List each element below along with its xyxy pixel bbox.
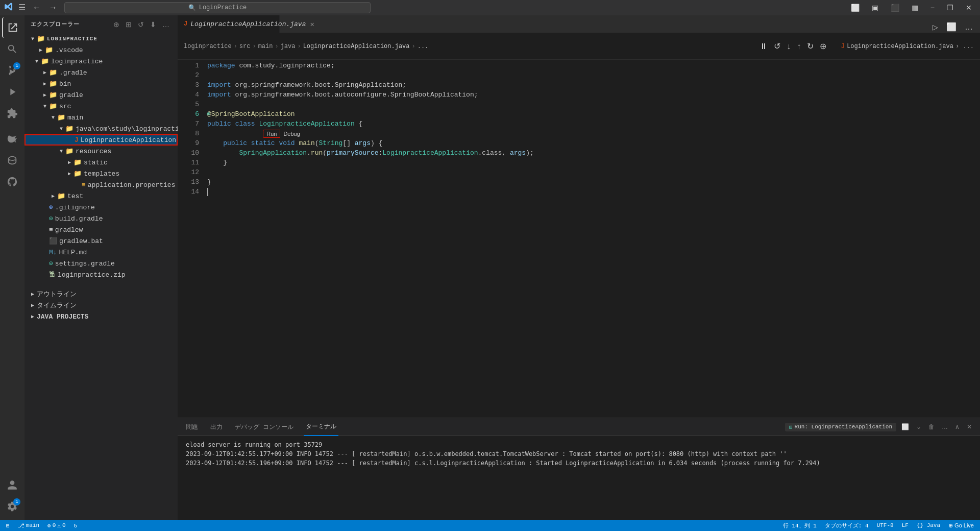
debug-toolbar: ⏸ ↺ ↓ ↑ ↻ ⊕ J LoginpracticeApplication.j… xyxy=(757,40,974,52)
tree-item-java-path[interactable]: ▼ 📁 java\com\study\loginpractice xyxy=(24,123,178,134)
debug-reload-button[interactable]: ↺ xyxy=(772,40,782,52)
minimize-button[interactable]: − xyxy=(926,3,939,13)
tab-size-status[interactable]: タブのサイズ: 4 xyxy=(823,520,871,531)
panel-close-button[interactable]: ✕ xyxy=(965,422,974,431)
tree-item-gradle-folder[interactable]: ▶ 📁 .gradle xyxy=(24,67,178,78)
activity-item-spring[interactable] xyxy=(2,129,22,149)
debug-step-over-button[interactable]: ↓ xyxy=(785,41,793,52)
breadcrumb-file[interactable]: LoginpracticeApplication.java xyxy=(303,43,410,50)
tree-item-resources[interactable]: ▼ 📁 resources xyxy=(24,146,178,157)
activity-item-db[interactable] xyxy=(2,150,22,171)
breadcrumb-java[interactable]: java xyxy=(281,43,296,50)
activity-item-explorer[interactable] xyxy=(2,17,22,38)
tree-item-gitignore[interactable]: ⊛ .gitignore xyxy=(24,202,178,213)
activity-item-run[interactable] xyxy=(2,82,22,102)
forward-button[interactable]: → xyxy=(46,2,60,13)
errors-status[interactable]: ⊗ 0 ⚠ 0 xyxy=(45,520,67,531)
tab-close-button[interactable]: ✕ xyxy=(309,20,315,29)
run-inline-button[interactable]: Run xyxy=(263,130,280,138)
panel-split-button[interactable]: ⬜ xyxy=(899,422,911,431)
layout1-button[interactable]: ⬜ xyxy=(847,3,864,13)
split-editor-button[interactable]: ⬜ xyxy=(943,21,960,33)
panel-tab-debug-console[interactable]: デバッグ コンソール xyxy=(233,418,296,436)
debug-connect-button[interactable]: ⊕ xyxy=(818,40,828,52)
tab-login-app[interactable]: J LoginpracticeApplication.java ✕ xyxy=(178,15,280,33)
tree-item-gradle-sub[interactable]: ▶ 📁 gradle xyxy=(24,89,178,101)
tree-label-zip: loginpractice.zip xyxy=(58,271,174,279)
layout4-button[interactable]: ▦ xyxy=(908,3,922,13)
tree-item-build-gradle[interactable]: ⊙ build.gradle xyxy=(24,213,178,224)
tree-item-login-app[interactable]: J LoginpracticeApplication.java xyxy=(24,134,178,146)
debug-inline-button[interactable]: Debug xyxy=(280,130,303,138)
title-bar-left: ☰ xyxy=(4,2,26,13)
breadcrumb-src[interactable]: src xyxy=(239,43,251,50)
tree-item-templates[interactable]: ▶ 📁 templates xyxy=(24,168,178,179)
tree-item-vscode[interactable]: ▶ 📁 .vscode xyxy=(24,44,178,56)
tree-item-settings-gradle[interactable]: ⊙ settings.gradle xyxy=(24,258,178,269)
activity-item-accounts[interactable] xyxy=(2,475,22,495)
go-live-button[interactable]: ⊕ Go Live xyxy=(946,522,976,529)
back-button[interactable]: ← xyxy=(30,2,44,13)
more-actions-button[interactable]: … xyxy=(160,19,172,30)
encoding-status[interactable]: UTF-8 xyxy=(875,520,896,531)
debug-step-into-button[interactable]: ↑ xyxy=(795,41,803,52)
templates-folder-icon: 📁 xyxy=(74,170,82,178)
activity-item-github[interactable] xyxy=(2,172,22,192)
breadcrumb-loginpractice[interactable]: loginpractice xyxy=(184,43,232,50)
activity-item-settings[interactable]: 1 xyxy=(2,496,22,517)
tree-item-loginpractice[interactable]: ▼ 📁 loginpractice xyxy=(24,56,178,67)
vscode-logo xyxy=(4,2,13,13)
new-folder-button[interactable]: ⊞ xyxy=(124,19,134,30)
tree-root[interactable]: ▼ 📁 LOGINPRACTICE xyxy=(24,33,178,44)
tree-item-bin[interactable]: ▶ 📁 bin xyxy=(24,78,178,89)
run-split-button[interactable]: ▷ xyxy=(929,22,941,32)
tree-item-help-md[interactable]: M↓ HELP.md xyxy=(24,247,178,258)
outline-toggle[interactable]: ▶ アウトライン xyxy=(24,288,178,300)
new-file-button[interactable]: ⊕ xyxy=(111,19,121,30)
remote-button[interactable]: ⊞ xyxy=(4,520,12,531)
tree-item-test[interactable]: ▶ 📁 test xyxy=(24,190,178,202)
tree-item-main[interactable]: ▼ 📁 main xyxy=(24,112,178,123)
language-status[interactable]: {} Java xyxy=(915,520,942,531)
panel-content[interactable]: eload server is running on port 35729 20… xyxy=(178,436,980,520)
panel-tab-problems[interactable]: 問題 xyxy=(184,418,200,436)
tree-item-gradlew[interactable]: ≡ gradlew xyxy=(24,224,178,235)
tree-item-src[interactable]: ▼ 📁 src xyxy=(24,101,178,112)
breadcrumb-main[interactable]: main xyxy=(258,43,273,50)
tree-item-app-props[interactable]: ≡ application.properties xyxy=(24,179,178,190)
layout3-button[interactable]: ⬛ xyxy=(887,3,903,13)
refresh-button[interactable]: ↺ xyxy=(136,19,146,30)
row-col-status[interactable]: 行 14、列 1 xyxy=(781,520,819,531)
activity-item-search[interactable] xyxy=(2,39,22,59)
sync-status[interactable]: ↻ xyxy=(72,520,80,531)
panel-tab-output[interactable]: 出力 xyxy=(208,418,225,436)
more-tab-actions[interactable]: … xyxy=(962,21,976,33)
tree-item-zip[interactable]: 🗜 loginpractice.zip xyxy=(24,269,178,280)
sync-icon: ↻ xyxy=(74,522,78,529)
activity-item-extensions[interactable] xyxy=(2,103,22,124)
panel-more-button[interactable]: … xyxy=(940,422,950,431)
git-branch-status[interactable]: ⎇ main xyxy=(16,520,41,531)
code-line-13: } xyxy=(207,177,980,187)
panel-tab-terminal[interactable]: ターミナル xyxy=(304,418,338,436)
collapse-all-button[interactable]: ⬇ xyxy=(148,19,158,30)
close-button[interactable]: ✕ xyxy=(962,3,976,13)
panel-trash-button[interactable]: 🗑 xyxy=(926,422,937,431)
hamburger-icon[interactable]: ☰ xyxy=(18,3,26,13)
activity-item-source-control[interactable]: 1 xyxy=(2,60,22,81)
panel-chevron-up-button[interactable]: ∧ xyxy=(953,422,962,431)
java-projects-toggle[interactable]: ▶ JAVA PROJECTS xyxy=(24,311,178,322)
panel-dropdown-button[interactable]: ⌄ xyxy=(914,422,923,431)
debug-restart-button[interactable]: ↻ xyxy=(805,40,816,52)
tree-item-static[interactable]: ▶ 📁 static xyxy=(24,157,178,168)
layout2-button[interactable]: ▣ xyxy=(868,3,883,13)
tree-item-gradlew-bat[interactable]: ⬛ gradlew.bat xyxy=(24,235,178,247)
restore-button[interactable]: ❐ xyxy=(943,3,958,13)
tab-size-label: タブのサイズ: 4 xyxy=(825,522,869,529)
tab-bar: J LoginpracticeApplication.java ✕ ▷ ⬜ … xyxy=(178,15,980,33)
debug-pause-button[interactable]: ⏸ xyxy=(757,41,770,52)
search-bar[interactable]: 🔍 LoginPractice xyxy=(64,2,371,13)
timeline-toggle[interactable]: ▶ タイムライン xyxy=(24,300,178,311)
code-editor[interactable]: 12345 6 ⊙ 7891011 121314 package com.stu… xyxy=(178,60,980,418)
line-endings-status[interactable]: LF xyxy=(900,520,911,531)
